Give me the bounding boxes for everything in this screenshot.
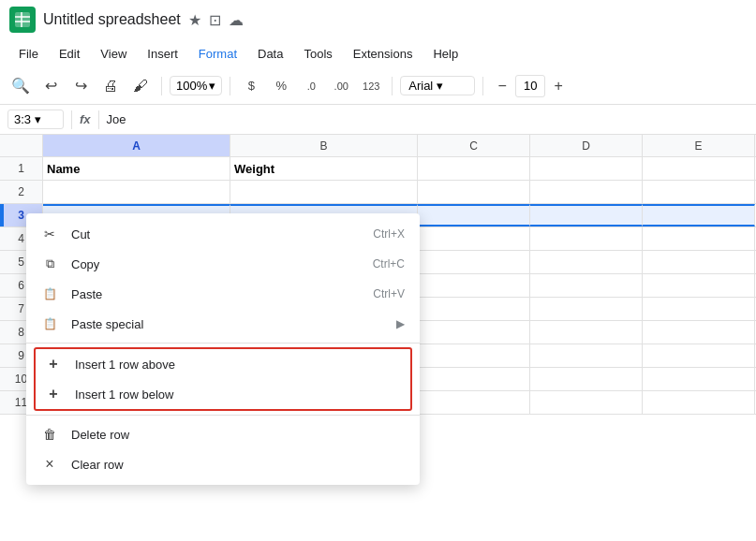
menu-tools[interactable]: Tools [294,43,341,65]
context-menu-insert-row-below[interactable]: + Insert 1 row below [36,379,410,409]
cell-c9[interactable] [418,344,530,367]
menu-edit[interactable]: Edit [50,43,89,65]
cell-e8[interactable] [643,321,755,344]
menu-data[interactable]: Data [248,43,292,65]
cell-d4[interactable] [530,227,643,250]
toolbar-divider-1 [161,77,162,95]
col-header-b[interactable]: B [230,135,418,156]
table-row: 1 Name Weight [0,157,756,181]
cell-c6[interactable] [418,274,530,297]
cell-e5[interactable] [643,251,755,273]
formula-icon: fx [80,112,91,126]
cell-c5[interactable] [418,251,530,273]
col-header-d[interactable]: D [530,135,643,156]
context-menu-clear-row[interactable]: × Clear row [26,449,420,479]
menu-view[interactable]: View [91,43,136,65]
context-menu-paste-special[interactable]: 📋 Paste special ▶ [26,309,420,339]
cell-d11[interactable] [530,391,643,414]
row-num-1[interactable]: 1 [0,157,43,180]
cell-c11[interactable] [418,391,530,414]
paste-special-icon: 📋 [41,315,58,332]
col-header-e[interactable]: E [643,135,755,156]
cell-d10[interactable] [530,368,643,390]
cell-d1[interactable] [530,157,643,180]
clear-row-label: Clear row [71,458,405,472]
number-format-btn[interactable]: 123 [358,73,384,99]
context-menu-paste[interactable]: 📋 Paste Ctrl+V [26,279,420,309]
menu-insert[interactable]: Insert [138,43,187,65]
paste-special-label: Paste special [71,317,383,331]
redo-btn[interactable]: ↪ [67,73,94,99]
cell-c4[interactable] [418,227,530,250]
cell-ref-dropdown[interactable]: ▾ [35,112,41,126]
menu-bar: File Edit View Insert Format Data Tools … [0,39,756,67]
cell-e9[interactable] [643,344,755,367]
cell-d2[interactable] [530,181,643,203]
print-btn[interactable]: 🖨 [97,73,124,99]
cell-d5[interactable] [530,251,643,273]
delete-row-label: Delete row [71,428,405,442]
context-menu-delete-row[interactable]: 🗑 Delete row [26,419,420,449]
font-size-decrease-btn[interactable]: − [491,75,513,97]
search-btn[interactable]: 🔍 [7,73,34,99]
cell-c7[interactable] [418,298,530,320]
cell-d8[interactable] [530,321,643,344]
zoom-selector[interactable]: 100% ▾ [170,76,222,95]
cloud-icon[interactable]: ☁ [229,11,244,29]
cell-b1[interactable]: Weight [230,157,418,180]
zoom-dropdown-icon: ▾ [209,79,215,93]
cell-e1[interactable] [643,157,755,180]
cell-c2[interactable] [418,181,530,203]
currency-btn[interactable]: $ [238,73,264,99]
title-icons: ★ ⊡ ☁ [188,11,244,29]
context-menu-insert-row-above[interactable]: + Insert 1 row above [36,349,410,379]
cell-d6[interactable] [530,274,643,297]
undo-btn[interactable]: ↩ [37,73,64,99]
insert-row-above-label: Insert 1 row above [75,358,401,372]
col-header-a[interactable]: A [43,135,230,156]
cell-c1[interactable] [418,157,530,180]
copy-shortcut: Ctrl+C [373,257,405,270]
spreadsheet-title[interactable]: Untitled spreadsheet [43,11,181,28]
cell-c3[interactable] [418,204,530,227]
paste-special-arrow: ▶ [396,317,405,330]
font-selector[interactable]: Arial ▾ [400,76,475,95]
cell-e3[interactable] [643,204,755,227]
folder-icon[interactable]: ⊡ [209,11,221,29]
cell-b2[interactable] [230,181,418,203]
row-num-2[interactable]: 2 [0,181,43,203]
cell-reference-box[interactable]: 3:3 ▾ [7,110,64,129]
font-size-input[interactable] [515,75,545,97]
menu-format[interactable]: Format [189,43,246,65]
cell-c8[interactable] [418,321,530,344]
menu-file[interactable]: File [9,43,48,65]
toolbar-divider-4 [482,77,483,95]
paste-label: Paste [71,287,360,301]
decimal-more-btn[interactable]: .00 [328,73,354,99]
cell-a2[interactable] [43,181,230,203]
cell-e10[interactable] [643,368,755,390]
cell-e7[interactable] [643,298,755,320]
font-size-increase-btn[interactable]: + [547,75,570,97]
cell-d7[interactable] [530,298,643,320]
star-icon[interactable]: ★ [188,11,201,29]
decimal-less-btn[interactable]: .0 [298,73,324,99]
cell-c10[interactable] [418,368,530,390]
cell-a1[interactable]: Name [43,157,230,180]
cell-e6[interactable] [643,274,755,297]
cell-d3[interactable] [530,204,643,227]
cell-d9[interactable] [530,344,643,367]
menu-extensions[interactable]: Extensions [344,43,422,65]
context-menu-copy[interactable]: ⧉ Copy Ctrl+C [26,249,420,279]
col-header-c[interactable]: C [418,135,530,156]
cell-e11[interactable] [643,391,755,414]
insert-row-group: + Insert 1 row above + Insert 1 row belo… [34,347,412,411]
delete-row-icon: 🗑 [41,426,58,443]
percent-btn[interactable]: % [268,73,294,99]
menu-help[interactable]: Help [423,43,467,65]
cut-label: Cut [71,227,360,241]
paint-format-btn[interactable]: 🖌 [127,73,154,99]
context-menu-cut[interactable]: ✂ Cut Ctrl+X [26,219,420,249]
cell-e4[interactable] [643,227,755,250]
cell-e2[interactable] [643,181,755,203]
